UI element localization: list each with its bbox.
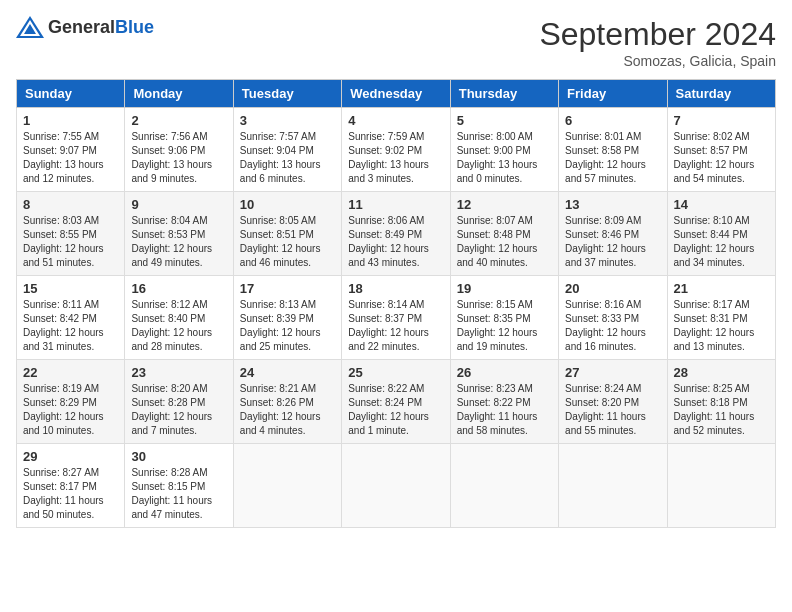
day-info: Sunrise: 8:22 AM Sunset: 8:24 PM Dayligh… bbox=[348, 382, 443, 438]
sunset-label: Sunset: 8:57 PM bbox=[674, 145, 748, 156]
day-info: Sunrise: 8:17 AM Sunset: 8:31 PM Dayligh… bbox=[674, 298, 769, 354]
sunset-label: Sunset: 8:22 PM bbox=[457, 397, 531, 408]
day-number: 29 bbox=[23, 449, 118, 464]
day-info: Sunrise: 8:20 AM Sunset: 8:28 PM Dayligh… bbox=[131, 382, 226, 438]
sunrise-label: Sunrise: 8:20 AM bbox=[131, 383, 207, 394]
day-info: Sunrise: 8:27 AM Sunset: 8:17 PM Dayligh… bbox=[23, 466, 118, 522]
day-number: 27 bbox=[565, 365, 660, 380]
daylight-label: Daylight: 11 hours and 55 minutes. bbox=[565, 411, 646, 436]
calendar-cell: 17 Sunrise: 8:13 AM Sunset: 8:39 PM Dayl… bbox=[233, 276, 341, 360]
sunset-label: Sunset: 9:06 PM bbox=[131, 145, 205, 156]
sunrise-label: Sunrise: 8:23 AM bbox=[457, 383, 533, 394]
daylight-label: Daylight: 12 hours and 28 minutes. bbox=[131, 327, 212, 352]
sunset-label: Sunset: 9:02 PM bbox=[348, 145, 422, 156]
day-info: Sunrise: 8:14 AM Sunset: 8:37 PM Dayligh… bbox=[348, 298, 443, 354]
daylight-label: Daylight: 12 hours and 4 minutes. bbox=[240, 411, 321, 436]
calendar-week-3: 15 Sunrise: 8:11 AM Sunset: 8:42 PM Dayl… bbox=[17, 276, 776, 360]
day-number: 25 bbox=[348, 365, 443, 380]
day-info: Sunrise: 7:59 AM Sunset: 9:02 PM Dayligh… bbox=[348, 130, 443, 186]
daylight-label: Daylight: 12 hours and 37 minutes. bbox=[565, 243, 646, 268]
daylight-label: Daylight: 12 hours and 1 minute. bbox=[348, 411, 429, 436]
day-number: 17 bbox=[240, 281, 335, 296]
day-number: 12 bbox=[457, 197, 552, 212]
sunset-label: Sunset: 8:46 PM bbox=[565, 229, 639, 240]
calendar-week-4: 22 Sunrise: 8:19 AM Sunset: 8:29 PM Dayl… bbox=[17, 360, 776, 444]
sunrise-label: Sunrise: 8:15 AM bbox=[457, 299, 533, 310]
daylight-label: Daylight: 12 hours and 40 minutes. bbox=[457, 243, 538, 268]
daylight-label: Daylight: 12 hours and 10 minutes. bbox=[23, 411, 104, 436]
calendar-cell bbox=[450, 444, 558, 528]
day-number: 30 bbox=[131, 449, 226, 464]
sunrise-label: Sunrise: 8:07 AM bbox=[457, 215, 533, 226]
day-info: Sunrise: 8:28 AM Sunset: 8:15 PM Dayligh… bbox=[131, 466, 226, 522]
day-number: 7 bbox=[674, 113, 769, 128]
sunrise-label: Sunrise: 7:59 AM bbox=[348, 131, 424, 142]
daylight-label: Daylight: 12 hours and 54 minutes. bbox=[674, 159, 755, 184]
sunrise-label: Sunrise: 8:04 AM bbox=[131, 215, 207, 226]
day-info: Sunrise: 8:13 AM Sunset: 8:39 PM Dayligh… bbox=[240, 298, 335, 354]
sunrise-label: Sunrise: 8:09 AM bbox=[565, 215, 641, 226]
sunset-label: Sunset: 8:58 PM bbox=[565, 145, 639, 156]
daylight-label: Daylight: 12 hours and 46 minutes. bbox=[240, 243, 321, 268]
day-info: Sunrise: 8:23 AM Sunset: 8:22 PM Dayligh… bbox=[457, 382, 552, 438]
sunrise-label: Sunrise: 8:02 AM bbox=[674, 131, 750, 142]
sunset-label: Sunset: 8:28 PM bbox=[131, 397, 205, 408]
calendar-cell: 12 Sunrise: 8:07 AM Sunset: 8:48 PM Dayl… bbox=[450, 192, 558, 276]
sunrise-label: Sunrise: 8:28 AM bbox=[131, 467, 207, 478]
day-number: 19 bbox=[457, 281, 552, 296]
sunset-label: Sunset: 8:37 PM bbox=[348, 313, 422, 324]
sunset-label: Sunset: 8:55 PM bbox=[23, 229, 97, 240]
day-number: 15 bbox=[23, 281, 118, 296]
logo: GeneralBlue bbox=[16, 16, 154, 38]
sunrise-label: Sunrise: 8:12 AM bbox=[131, 299, 207, 310]
sunset-label: Sunset: 9:00 PM bbox=[457, 145, 531, 156]
sunrise-label: Sunrise: 8:22 AM bbox=[348, 383, 424, 394]
day-number: 22 bbox=[23, 365, 118, 380]
day-number: 8 bbox=[23, 197, 118, 212]
sunset-label: Sunset: 8:51 PM bbox=[240, 229, 314, 240]
weekday-header-wednesday: Wednesday bbox=[342, 80, 450, 108]
calendar-cell: 11 Sunrise: 8:06 AM Sunset: 8:49 PM Dayl… bbox=[342, 192, 450, 276]
day-info: Sunrise: 8:24 AM Sunset: 8:20 PM Dayligh… bbox=[565, 382, 660, 438]
day-number: 6 bbox=[565, 113, 660, 128]
calendar-cell: 20 Sunrise: 8:16 AM Sunset: 8:33 PM Dayl… bbox=[559, 276, 667, 360]
sunrise-label: Sunrise: 8:13 AM bbox=[240, 299, 316, 310]
weekday-header-row: SundayMondayTuesdayWednesdayThursdayFrid… bbox=[17, 80, 776, 108]
day-info: Sunrise: 8:09 AM Sunset: 8:46 PM Dayligh… bbox=[565, 214, 660, 270]
sunrise-label: Sunrise: 7:57 AM bbox=[240, 131, 316, 142]
title-block: September 2024 Somozas, Galicia, Spain bbox=[539, 16, 776, 69]
day-info: Sunrise: 7:57 AM Sunset: 9:04 PM Dayligh… bbox=[240, 130, 335, 186]
day-info: Sunrise: 8:06 AM Sunset: 8:49 PM Dayligh… bbox=[348, 214, 443, 270]
sunrise-label: Sunrise: 7:55 AM bbox=[23, 131, 99, 142]
day-info: Sunrise: 8:02 AM Sunset: 8:57 PM Dayligh… bbox=[674, 130, 769, 186]
calendar-cell: 2 Sunrise: 7:56 AM Sunset: 9:06 PM Dayli… bbox=[125, 108, 233, 192]
weekday-header-friday: Friday bbox=[559, 80, 667, 108]
weekday-header-saturday: Saturday bbox=[667, 80, 775, 108]
sunrise-label: Sunrise: 8:17 AM bbox=[674, 299, 750, 310]
daylight-label: Daylight: 12 hours and 22 minutes. bbox=[348, 327, 429, 352]
sunrise-label: Sunrise: 8:05 AM bbox=[240, 215, 316, 226]
sunrise-label: Sunrise: 8:19 AM bbox=[23, 383, 99, 394]
sunset-label: Sunset: 8:20 PM bbox=[565, 397, 639, 408]
calendar-cell: 9 Sunrise: 8:04 AM Sunset: 8:53 PM Dayli… bbox=[125, 192, 233, 276]
sunset-label: Sunset: 9:07 PM bbox=[23, 145, 97, 156]
sunset-label: Sunset: 8:26 PM bbox=[240, 397, 314, 408]
sunrise-label: Sunrise: 8:24 AM bbox=[565, 383, 641, 394]
calendar-cell: 13 Sunrise: 8:09 AM Sunset: 8:46 PM Dayl… bbox=[559, 192, 667, 276]
calendar-cell: 25 Sunrise: 8:22 AM Sunset: 8:24 PM Dayl… bbox=[342, 360, 450, 444]
calendar-cell: 30 Sunrise: 8:28 AM Sunset: 8:15 PM Dayl… bbox=[125, 444, 233, 528]
calendar-cell: 24 Sunrise: 8:21 AM Sunset: 8:26 PM Dayl… bbox=[233, 360, 341, 444]
calendar-cell: 15 Sunrise: 8:11 AM Sunset: 8:42 PM Dayl… bbox=[17, 276, 125, 360]
daylight-label: Daylight: 11 hours and 58 minutes. bbox=[457, 411, 538, 436]
sunset-label: Sunset: 8:31 PM bbox=[674, 313, 748, 324]
calendar-cell: 22 Sunrise: 8:19 AM Sunset: 8:29 PM Dayl… bbox=[17, 360, 125, 444]
day-number: 13 bbox=[565, 197, 660, 212]
sunset-label: Sunset: 8:40 PM bbox=[131, 313, 205, 324]
calendar-cell: 3 Sunrise: 7:57 AM Sunset: 9:04 PM Dayli… bbox=[233, 108, 341, 192]
day-info: Sunrise: 8:00 AM Sunset: 9:00 PM Dayligh… bbox=[457, 130, 552, 186]
day-number: 26 bbox=[457, 365, 552, 380]
sunset-label: Sunset: 9:04 PM bbox=[240, 145, 314, 156]
daylight-label: Daylight: 13 hours and 12 minutes. bbox=[23, 159, 104, 184]
month-title: September 2024 bbox=[539, 16, 776, 53]
sunrise-label: Sunrise: 8:01 AM bbox=[565, 131, 641, 142]
